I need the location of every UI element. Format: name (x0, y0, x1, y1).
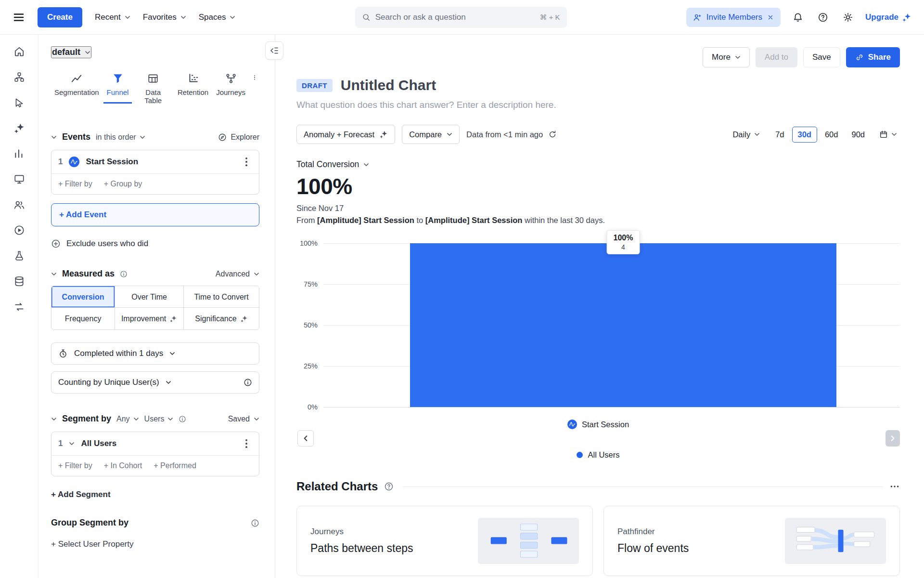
rail-dashboards[interactable] (13, 173, 26, 185)
rail-diagrams[interactable] (13, 71, 26, 83)
favorites-menu[interactable]: Favorites (143, 13, 186, 22)
range-60d[interactable]: 60d (819, 127, 844, 143)
rail-data[interactable] (13, 275, 26, 288)
info-icon[interactable] (244, 378, 252, 387)
share-button[interactable]: Share (846, 47, 900, 67)
range-90d[interactable]: 90d (846, 127, 871, 143)
refresh-icon[interactable] (548, 130, 557, 139)
collapse-panel-button[interactable] (265, 41, 283, 60)
rail-integrations[interactable] (13, 301, 26, 313)
chevron-down-icon[interactable] (51, 416, 57, 422)
segment-options-button[interactable] (241, 438, 252, 449)
chevron-down-icon[interactable] (51, 271, 57, 277)
option-over-time[interactable]: Over Time (115, 286, 184, 308)
upgrade-button[interactable]: Upgrade (865, 13, 911, 22)
create-button[interactable]: Create (38, 7, 82, 27)
event-order-dropdown[interactable]: in this order (96, 133, 145, 142)
range-30d[interactable]: 30d (792, 127, 817, 143)
more-button[interactable]: More (703, 47, 750, 67)
users-icon (13, 199, 25, 210)
event-row[interactable]: 1 Start Session (51, 150, 259, 173)
help-button[interactable] (815, 10, 831, 25)
event-options-button[interactable] (241, 156, 252, 168)
metric-dropdown[interactable]: Total Conversion (296, 159, 369, 170)
info-icon[interactable] (120, 270, 128, 278)
counting-by-dropdown[interactable]: Counting by Unique User(s) (51, 371, 259, 394)
segment-row[interactable]: 1 All Users (51, 432, 259, 455)
previous-step-button[interactable] (297, 430, 314, 447)
add-to-button[interactable]: Add to (756, 47, 797, 67)
next-step-button[interactable] (886, 430, 900, 447)
recent-menu[interactable]: Recent (95, 13, 130, 22)
y-tick: 50% (304, 321, 318, 329)
filter-by-button[interactable]: + Filter by (58, 180, 92, 188)
anomaly-forecast-button[interactable]: Anomaly + Forecast (296, 125, 395, 144)
related-more-button[interactable] (889, 481, 900, 492)
conversion-window-dropdown[interactable]: Completed within 1 days (51, 342, 259, 365)
chart-description-placeholder[interactable]: What question does this chart answer? En… (296, 100, 900, 110)
save-button[interactable]: Save (803, 47, 840, 67)
summary-event-2: [Amplitude] Start Session (425, 216, 523, 224)
tab-segmentation[interactable]: Segmentation (51, 71, 103, 104)
info-icon[interactable] (251, 519, 259, 527)
funnel-bar[interactable] (410, 243, 837, 407)
page-title[interactable]: Untitled Chart (341, 77, 436, 93)
exclude-users-button[interactable]: Exclude users who did (51, 239, 148, 249)
legend-event-label[interactable]: Start Session (582, 420, 629, 429)
add-event-button[interactable]: + Add Event (51, 203, 259, 226)
tab-funnel[interactable]: Funnel (103, 71, 132, 104)
tab-retention[interactable]: Retention (174, 71, 212, 104)
rail-users[interactable] (13, 198, 26, 211)
add-segment-button[interactable]: + Add Segment (51, 490, 111, 499)
segment-name[interactable]: All Users (81, 439, 116, 448)
event-name[interactable]: Start Session (86, 157, 138, 167)
settings-button[interactable] (840, 10, 856, 25)
performed-button[interactable]: + Performed (154, 461, 196, 470)
tab-journeys[interactable]: Journeys (213, 71, 249, 104)
main-menu-button[interactable] (13, 11, 25, 24)
group-by-button[interactable]: + Group by (104, 180, 142, 188)
rail-session-replay[interactable] (13, 224, 26, 236)
help-icon[interactable] (384, 482, 394, 491)
notifications-button[interactable] (790, 10, 806, 25)
segment-any-dropdown[interactable]: Any (116, 415, 139, 423)
legend-segment-label[interactable]: All Users (588, 450, 619, 460)
tab-data-table[interactable]: Data Table (133, 71, 173, 112)
chevron-down-icon (891, 131, 897, 137)
calendar-dropdown[interactable] (873, 127, 900, 142)
range-7d[interactable]: 7d (770, 127, 790, 143)
global-search[interactable]: ⌘ + K (355, 7, 567, 28)
close-icon[interactable] (767, 14, 774, 21)
option-conversion[interactable]: Conversion (51, 286, 115, 308)
compare-dropdown[interactable]: Compare (402, 125, 460, 144)
advanced-dropdown[interactable]: Advanced (216, 270, 259, 278)
option-time-to-convert[interactable]: Time to Convert (184, 286, 259, 308)
info-icon[interactable] (179, 415, 186, 423)
rail-actions[interactable] (13, 96, 26, 109)
search-input[interactable] (375, 13, 535, 22)
invite-members-button[interactable]: Invite Members (686, 8, 781, 27)
chevron-down-icon[interactable] (69, 441, 75, 447)
in-cohort-button[interactable]: + In Cohort (104, 461, 142, 470)
segment-filter-by-button[interactable]: + Filter by (58, 461, 92, 470)
option-frequency[interactable]: Frequency (51, 308, 115, 329)
more-chart-types-button[interactable] (250, 71, 259, 80)
rail-ai[interactable] (13, 122, 26, 134)
related-card-pathfinder[interactable]: Pathfinder Flow of events (603, 506, 900, 576)
workspace-selector[interactable]: default (51, 46, 91, 58)
option-significance[interactable]: Significance (184, 308, 259, 329)
explorer-button[interactable]: Explorer (218, 133, 259, 142)
rail-home[interactable] (13, 45, 26, 58)
select-user-property-button[interactable]: + Select User Property (51, 539, 134, 549)
saved-segments-dropdown[interactable]: Saved (228, 415, 259, 423)
rail-experiments[interactable] (13, 250, 26, 262)
rail-charts[interactable] (13, 147, 26, 160)
granularity-dropdown[interactable]: Daily (732, 130, 760, 139)
chevron-down-icon[interactable] (51, 134, 57, 140)
option-improvement[interactable]: Improvement (115, 308, 184, 329)
related-card-journeys[interactable]: Journeys Paths between steps (296, 506, 593, 576)
spaces-menu[interactable]: Spaces (199, 13, 236, 22)
segment-users-dropdown[interactable]: Users (144, 415, 174, 423)
bell-icon (793, 12, 803, 23)
compare-label: Compare (409, 130, 442, 139)
